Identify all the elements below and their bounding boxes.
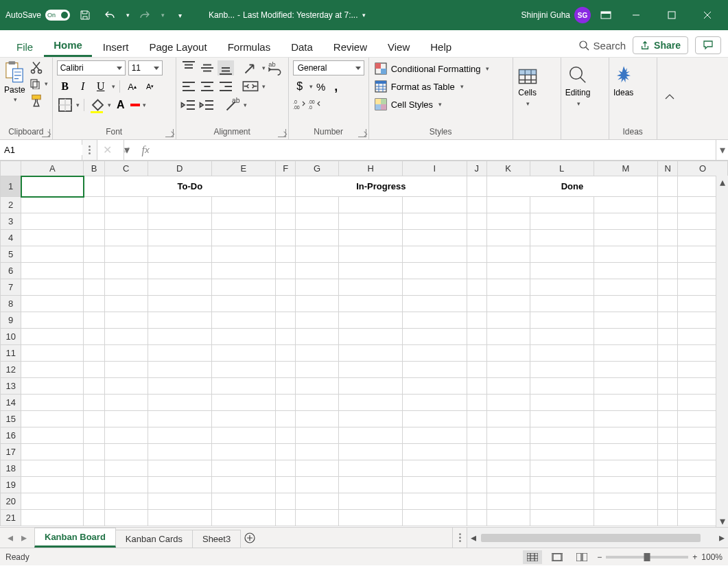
col-header-N[interactable]: N [658, 161, 678, 176]
cell-N18[interactable] [658, 460, 678, 477]
tab-formulas[interactable]: Formulas [218, 36, 281, 57]
cell-C18[interactable] [104, 460, 148, 477]
cell-J11[interactable] [467, 345, 486, 362]
cell-B10[interactable] [84, 329, 104, 345]
cell-C14[interactable] [104, 395, 148, 411]
cell-H12[interactable] [339, 362, 403, 378]
tab-review[interactable]: Review [324, 36, 377, 57]
col-header-B[interactable]: B [84, 161, 104, 176]
percent-button[interactable]: % [314, 80, 328, 93]
cell-M13[interactable] [594, 378, 657, 395]
cell-F8[interactable] [275, 296, 295, 312]
cell-H19[interactable] [339, 477, 403, 493]
cell-J12[interactable] [467, 362, 486, 378]
cell-B6[interactable] [84, 263, 104, 279]
cell-M20[interactable] [594, 493, 657, 510]
cell-G21[interactable] [296, 510, 339, 526]
autosave[interactable]: AutoSave On [5, 10, 70, 21]
cell-K10[interactable] [486, 329, 530, 345]
font-color-dd[interactable]: ▾ [143, 102, 146, 108]
cell-J8[interactable] [467, 296, 486, 312]
clipboard-launcher[interactable] [42, 129, 50, 137]
cell-I11[interactable] [403, 345, 467, 362]
cell-J4[interactable] [467, 230, 486, 246]
cell-B7[interactable] [84, 279, 104, 296]
formula-input[interactable] [155, 145, 716, 155]
cell-L2[interactable] [530, 197, 594, 213]
cell-D19[interactable] [148, 477, 211, 493]
cell-N3[interactable] [658, 213, 678, 230]
cell-N4[interactable] [658, 230, 678, 246]
cell-F20[interactable] [275, 493, 295, 510]
cell-C8[interactable] [104, 296, 148, 312]
cells-button[interactable]: Cells ▾ [517, 60, 538, 107]
cell-I12[interactable] [403, 362, 467, 378]
cell-D15[interactable] [148, 411, 211, 427]
cell-G12[interactable] [296, 362, 339, 378]
fx-grip[interactable] [82, 140, 97, 160]
ribbon-display-options[interactable] [596, 5, 615, 25]
cell-M7[interactable] [594, 279, 657, 296]
cell-I7[interactable] [403, 279, 467, 296]
cell-M10[interactable] [594, 329, 657, 345]
cell-I4[interactable] [403, 230, 467, 246]
vertical-scrollbar[interactable]: ▴ ▾ [716, 176, 728, 527]
cell-B15[interactable] [84, 411, 104, 427]
tab-help[interactable]: Help [421, 36, 461, 57]
cell-N13[interactable] [658, 378, 678, 395]
cell-B11[interactable] [84, 345, 104, 362]
enter-formula-button[interactable]: ✓ [117, 143, 136, 156]
cell-G6[interactable] [296, 263, 339, 279]
cell-G16[interactable] [296, 427, 339, 444]
row-header-4[interactable]: 4 [1, 230, 21, 246]
cell-F1[interactable] [275, 176, 295, 197]
sheet-tab-sheet3[interactable]: Sheet3 [192, 530, 241, 548]
cell-A14[interactable] [21, 395, 84, 411]
cell-A12[interactable] [21, 362, 84, 378]
cell-F9[interactable] [275, 312, 295, 329]
cell-M6[interactable] [594, 263, 657, 279]
cell-N8[interactable] [658, 296, 678, 312]
cell-D2[interactable] [148, 197, 211, 213]
cell-H4[interactable] [339, 230, 403, 246]
borders-dd[interactable]: ▾ [76, 102, 80, 108]
cell-K20[interactable] [486, 493, 530, 510]
cell-C11[interactable] [104, 345, 148, 362]
cell-L11[interactable] [530, 345, 594, 362]
ideas-button[interactable]: Ideas [613, 60, 634, 97]
cell-I6[interactable] [403, 263, 467, 279]
cell-A6[interactable] [21, 263, 84, 279]
cell-K2[interactable] [486, 197, 530, 213]
copy-button[interactable]: ▾ [30, 78, 48, 89]
cell-M2[interactable] [594, 197, 657, 213]
cell-E12[interactable] [211, 362, 275, 378]
cell-L4[interactable] [530, 230, 594, 246]
cell-K7[interactable] [486, 279, 530, 296]
cell-K17[interactable] [486, 444, 530, 460]
cell-H13[interactable] [339, 378, 403, 395]
cell-H9[interactable] [339, 312, 403, 329]
cell-H10[interactable] [339, 329, 403, 345]
cell-C9[interactable] [104, 312, 148, 329]
cell-H21[interactable] [339, 510, 403, 526]
cell-A11[interactable] [21, 345, 84, 362]
cell-E16[interactable] [211, 427, 275, 444]
cell-E21[interactable] [211, 510, 275, 526]
cell-A19[interactable] [21, 477, 84, 493]
cell-M11[interactable] [594, 345, 657, 362]
cell-I5[interactable] [403, 246, 467, 263]
decrease-indent-button[interactable] [180, 97, 197, 113]
increase-indent-button[interactable] [199, 97, 215, 113]
align-top-button[interactable] [180, 60, 197, 75]
cell-H20[interactable] [339, 493, 403, 510]
col-header-C[interactable]: C [104, 161, 148, 176]
paste-button[interactable]: Paste ▾ [4, 60, 25, 103]
close-button[interactable] [692, 0, 723, 30]
cell-C15[interactable] [104, 411, 148, 427]
cell-F2[interactable] [275, 197, 295, 213]
cell-K16[interactable] [486, 427, 530, 444]
cell-B2[interactable] [84, 197, 104, 213]
cell-A20[interactable] [21, 493, 84, 510]
cell-N5[interactable] [658, 246, 678, 263]
cell-H5[interactable] [339, 246, 403, 263]
